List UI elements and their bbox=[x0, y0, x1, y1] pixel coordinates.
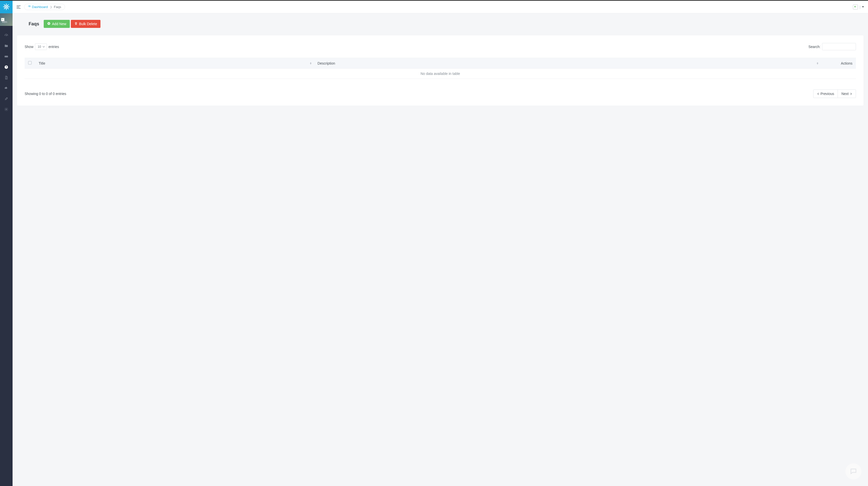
chevron-right-icon: ❯ bbox=[50, 5, 52, 8]
length-control: Show 10 entries bbox=[25, 43, 59, 50]
data-card: Show 10 entries Search: bbox=[17, 35, 864, 105]
sidebar-nav bbox=[0, 26, 12, 115]
folder-icon bbox=[4, 44, 8, 49]
svg-line-7 bbox=[7, 8, 8, 9]
select-all-checkbox[interactable] bbox=[28, 61, 32, 65]
trash-icon bbox=[74, 22, 78, 26]
menu-toggle-button[interactable] bbox=[17, 5, 21, 8]
breadcrumb-dashboard-label: Dashboard bbox=[32, 5, 48, 9]
gauge-icon bbox=[4, 33, 8, 38]
length-select[interactable]: 10 bbox=[35, 43, 47, 50]
svg-line-8 bbox=[4, 8, 5, 9]
bulk-delete-button[interactable]: Bulk Delete bbox=[71, 20, 101, 28]
sidebar-avatar[interactable]: Adm bbox=[0, 13, 12, 26]
next-label: Next bbox=[841, 92, 849, 96]
sort-icon bbox=[310, 62, 311, 64]
svg-point-16 bbox=[6, 109, 7, 110]
sidebar-item-dashboard[interactable] bbox=[0, 30, 12, 41]
svg-line-9 bbox=[7, 4, 8, 5]
sidebar: Adm bbox=[0, 1, 12, 486]
column-title[interactable]: Title bbox=[35, 58, 314, 69]
user-menu-toggle[interactable]: | bbox=[853, 4, 864, 9]
gear-icon bbox=[4, 107, 8, 112]
sort-icon bbox=[817, 62, 818, 64]
column-actions-label: Actions bbox=[841, 61, 852, 65]
show-label: Show bbox=[25, 45, 33, 49]
svg-rect-11 bbox=[4, 56, 8, 57]
sidebar-item-settings[interactable] bbox=[0, 104, 12, 115]
svg-point-1 bbox=[6, 6, 7, 7]
previous-button[interactable]: Previous bbox=[813, 89, 838, 98]
svg-line-6 bbox=[4, 4, 5, 5]
chevron-right-icon bbox=[850, 92, 852, 96]
bulk-delete-label: Bulk Delete bbox=[79, 22, 97, 26]
add-new-button[interactable]: Add New bbox=[44, 20, 70, 28]
broken-image-icon bbox=[853, 4, 858, 9]
add-new-label: Add New bbox=[52, 22, 66, 26]
next-button[interactable]: Next bbox=[838, 89, 856, 98]
question-circle-icon bbox=[4, 65, 8, 70]
sidebar-item-tools[interactable] bbox=[0, 94, 12, 104]
sidebar-item-purchase[interactable] bbox=[0, 52, 12, 62]
chevron-left-icon bbox=[817, 92, 819, 96]
search-label: Search: bbox=[808, 45, 820, 49]
sidebar-item-files[interactable] bbox=[0, 41, 12, 52]
svg-point-13 bbox=[6, 68, 6, 68]
svg-point-10 bbox=[6, 35, 6, 36]
search-control: Search: bbox=[808, 43, 856, 50]
topbar: Dashboard ❯ Faqs | bbox=[12, 1, 868, 13]
breadcrumb-current: Faqs bbox=[54, 5, 61, 9]
chat-fab-button[interactable] bbox=[845, 463, 862, 480]
table-info: Showing 0 to 0 of 0 entries bbox=[25, 92, 66, 96]
column-description[interactable]: Description bbox=[314, 58, 821, 69]
page-header: Faqs Add New Bulk Delete bbox=[29, 20, 864, 28]
tools-icon bbox=[4, 97, 8, 101]
empty-row: No data available in table bbox=[25, 69, 856, 79]
column-actions: Actions bbox=[821, 58, 856, 69]
data-table: Title Description Actions bbox=[25, 58, 856, 79]
sidebar-item-plugins[interactable] bbox=[0, 83, 12, 94]
page-title: Faqs bbox=[29, 21, 39, 27]
breadcrumb-dashboard-link[interactable]: Dashboard bbox=[28, 5, 48, 9]
previous-label: Previous bbox=[820, 92, 834, 96]
ship-wheel-icon bbox=[3, 3, 10, 11]
caret-down-icon bbox=[862, 6, 864, 7]
breadcrumb: Dashboard ❯ Faqs bbox=[24, 4, 65, 10]
plus-circle-icon bbox=[47, 22, 51, 26]
divider: | bbox=[860, 5, 861, 9]
entries-label: entries bbox=[49, 45, 59, 49]
sidebar-item-faqs[interactable] bbox=[0, 62, 12, 72]
sidebar-item-pages[interactable] bbox=[0, 72, 12, 83]
pager: Previous Next bbox=[813, 89, 856, 98]
column-title-label: Title bbox=[39, 61, 45, 65]
gauge-icon bbox=[28, 5, 31, 9]
avatar-label: Adm bbox=[2, 21, 7, 23]
brand-logo[interactable] bbox=[0, 1, 12, 13]
chat-bubble-icon bbox=[850, 467, 857, 476]
buy-badge-icon bbox=[4, 55, 8, 59]
puzzle-icon bbox=[4, 86, 8, 91]
search-input[interactable] bbox=[822, 43, 856, 50]
column-description-label: Description bbox=[317, 61, 335, 65]
document-icon bbox=[4, 75, 8, 81]
